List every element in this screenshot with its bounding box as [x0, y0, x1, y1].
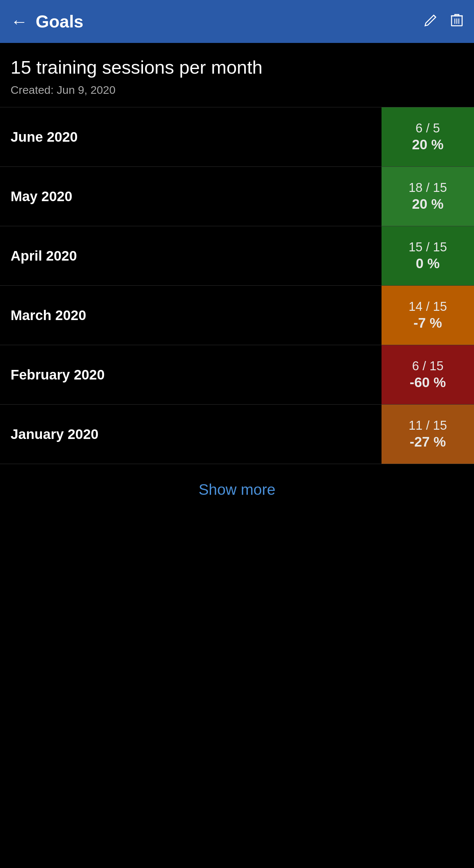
goal-created-date: Created: Jun 9, 2020	[10, 84, 464, 96]
pencil-icon	[424, 12, 438, 27]
percent-change: 20 %	[412, 196, 444, 212]
percent-change: 20 %	[412, 137, 444, 153]
percent-change: 0 %	[416, 256, 440, 272]
session-count: 14 / 15	[409, 300, 447, 314]
app-header: ← Goals	[0, 0, 474, 43]
back-button[interactable]: ←	[10, 13, 28, 30]
table-row[interactable]: May 2020 18 / 15 20 %	[0, 167, 474, 226]
month-label: February 2020	[0, 345, 381, 404]
table-row[interactable]: June 2020 6 / 5 20 %	[0, 107, 474, 167]
monthly-data-table: June 2020 6 / 5 20 % May 2020 18 / 15 20…	[0, 107, 474, 464]
goal-title: 15 training sessions per month	[10, 56, 464, 78]
session-count: 18 / 15	[409, 181, 447, 195]
month-stats: 14 / 15 -7 %	[381, 286, 474, 345]
month-stats: 6 / 5 20 %	[381, 107, 474, 166]
header-actions	[424, 12, 464, 30]
month-label: May 2020	[0, 167, 381, 226]
month-label: January 2020	[0, 405, 381, 464]
table-row[interactable]: April 2020 15 / 15 0 %	[0, 226, 474, 286]
month-label: June 2020	[0, 107, 381, 166]
table-row[interactable]: January 2020 11 / 15 -27 %	[0, 405, 474, 464]
show-more-button[interactable]: Show more	[198, 480, 276, 498]
delete-button[interactable]	[450, 12, 464, 30]
table-row[interactable]: February 2020 6 / 15 -60 %	[0, 345, 474, 405]
percent-change: -7 %	[414, 315, 442, 331]
trash-icon	[450, 12, 464, 27]
session-count: 6 / 5	[415, 121, 440, 135]
month-stats: 18 / 15 20 %	[381, 167, 474, 226]
show-more-section: Show more	[0, 464, 474, 515]
table-row[interactable]: March 2020 14 / 15 -7 %	[0, 286, 474, 345]
percent-change: -60 %	[410, 375, 446, 391]
month-stats: 6 / 15 -60 %	[381, 345, 474, 404]
month-stats: 15 / 15 0 %	[381, 226, 474, 285]
session-count: 6 / 15	[412, 359, 443, 373]
edit-button[interactable]	[424, 12, 438, 30]
month-stats: 11 / 15 -27 %	[381, 405, 474, 464]
percent-change: -27 %	[410, 434, 446, 450]
month-label: March 2020	[0, 286, 381, 345]
month-label: April 2020	[0, 226, 381, 285]
goal-info-section: 15 training sessions per month Created: …	[0, 43, 474, 107]
session-count: 15 / 15	[409, 240, 447, 254]
session-count: 11 / 15	[409, 418, 447, 433]
page-title: Goals	[36, 11, 424, 31]
